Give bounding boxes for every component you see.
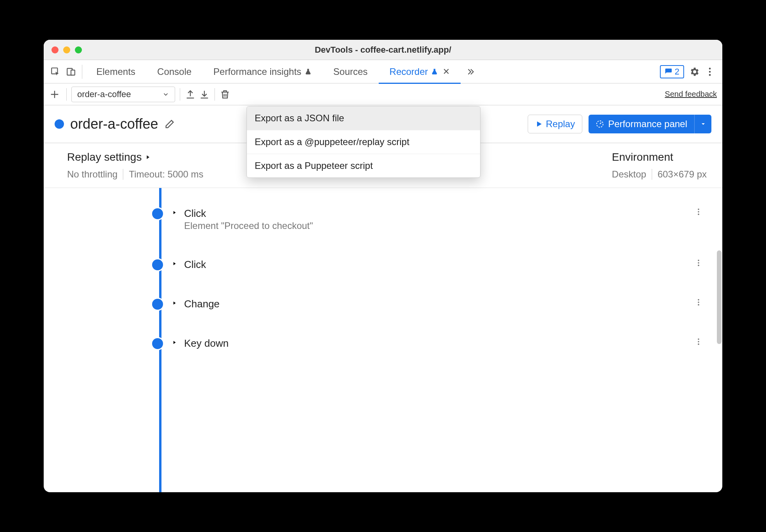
environment-meta: Desktop 603×679 px	[612, 169, 707, 180]
perf-panel-dropdown[interactable]	[694, 115, 711, 133]
flow-select-value: order-a-coffee	[77, 89, 131, 99]
issues-icon	[665, 68, 672, 76]
step-menu-icon[interactable]	[694, 298, 711, 307]
settings-gear-icon[interactable]	[689, 66, 700, 77]
step-body: Click Element "Proceed to checkout"	[184, 207, 313, 231]
divider	[652, 169, 652, 180]
scrollbar-thumb[interactable]	[717, 250, 722, 344]
svg-rect-2	[71, 70, 75, 75]
export-puppeteer-item[interactable]: Export as a Puppeteer script	[247, 154, 480, 177]
caret-down-icon	[700, 121, 706, 127]
close-window-button[interactable]	[51, 46, 59, 53]
tab-label: Recorder	[390, 66, 428, 77]
import-icon[interactable]	[199, 89, 210, 100]
environment-settings: Environment Desktop 603×679 px	[612, 151, 707, 180]
svg-point-3	[709, 67, 711, 69]
tab-label: Performance insights	[213, 66, 301, 77]
step-title: Click	[184, 207, 313, 220]
devtools-window: DevTools - coffee-cart.netlify.app/ Elem…	[44, 40, 722, 492]
caret-right-icon[interactable]	[172, 261, 177, 266]
step-row[interactable]: Change	[44, 290, 711, 318]
replay-settings-label: Replay settings	[67, 151, 142, 163]
svg-point-13	[698, 299, 699, 301]
tab-label: Sources	[333, 66, 368, 77]
svg-point-8	[698, 211, 699, 213]
throttling-value: No throttling	[67, 169, 117, 180]
edit-name-icon[interactable]	[164, 119, 175, 129]
divider	[66, 88, 67, 101]
svg-point-14	[698, 301, 699, 303]
divider	[123, 169, 123, 180]
flow-select[interactable]: order-a-coffee	[71, 87, 175, 102]
perf-panel-label: Performance panel	[608, 119, 687, 129]
more-menu-icon[interactable]	[704, 66, 715, 77]
svg-point-12	[698, 265, 699, 266]
tab-label: Elements	[96, 66, 135, 77]
step-menu-icon[interactable]	[694, 259, 711, 267]
flask-icon	[431, 68, 438, 76]
tab-elements[interactable]: Elements	[85, 60, 146, 83]
environment-label: Environment	[612, 151, 673, 163]
step-row[interactable]: Click Element "Proceed to checkout"	[44, 200, 711, 239]
step-row[interactable]: Click	[44, 251, 711, 278]
step-title: Click	[184, 259, 206, 271]
devtools-tabbar: Elements Console Performance insights So…	[44, 60, 722, 83]
more-tabs-button[interactable]	[461, 60, 480, 83]
step-body: Click	[184, 259, 206, 271]
window-title: DevTools - coffee-cart.netlify.app/	[44, 45, 722, 55]
header-actions: Replay Performance panel	[528, 115, 712, 133]
replay-label: Replay	[546, 119, 575, 129]
replay-button[interactable]: Replay	[528, 115, 583, 133]
recording-status-dot	[55, 119, 64, 129]
tab-sources[interactable]: Sources	[323, 60, 379, 83]
close-tab-icon[interactable]: ✕	[443, 67, 450, 77]
tab-recorder[interactable]: Recorder ✕	[379, 60, 461, 83]
caret-right-icon[interactable]	[172, 340, 177, 345]
replay-settings-meta: No throttling Timeout: 5000 ms	[67, 169, 204, 180]
svg-point-15	[698, 304, 699, 306]
step-subtitle: Element "Proceed to checkout"	[184, 220, 313, 231]
step-body: Change	[184, 298, 220, 310]
divider	[82, 65, 82, 79]
dimensions-value: 603×679 px	[658, 169, 707, 180]
export-menu: Export as a JSON file Export as a @puppe…	[246, 106, 481, 178]
chevron-down-icon	[162, 91, 169, 98]
export-json-item[interactable]: Export as a JSON file	[247, 106, 480, 130]
window-titlebar: DevTools - coffee-cart.netlify.app/	[44, 40, 722, 60]
svg-point-4	[709, 71, 711, 73]
svg-point-18	[698, 344, 699, 345]
step-row[interactable]: Key down	[44, 330, 711, 357]
replay-settings-toggle[interactable]: Replay settings	[67, 151, 204, 163]
caret-right-icon[interactable]	[172, 300, 177, 306]
caret-right-icon	[145, 154, 151, 160]
tabbar-right: 2	[660, 65, 718, 78]
panel-tabs: Elements Console Performance insights So…	[85, 60, 480, 83]
inspect-element-icon[interactable]	[48, 64, 63, 80]
new-recording-icon[interactable]	[49, 89, 60, 100]
environment-title: Environment	[612, 151, 707, 163]
recorder-toolbar: order-a-coffee Send feedback	[44, 83, 722, 105]
replay-settings: Replay settings No throttling Timeout: 5…	[67, 151, 204, 180]
zoom-window-button[interactable]	[75, 46, 82, 53]
play-icon	[535, 120, 543, 128]
send-feedback-link[interactable]: Send feedback	[665, 90, 717, 99]
minimize-window-button[interactable]	[63, 46, 70, 53]
svg-point-10	[698, 260, 699, 261]
performance-panel-button[interactable]: Performance panel	[589, 115, 711, 133]
caret-right-icon[interactable]	[172, 210, 177, 215]
export-puppeteer-replay-item[interactable]: Export as a @puppeteer/replay script	[247, 130, 480, 154]
device-toolbar-icon[interactable]	[63, 64, 79, 80]
issues-badge[interactable]: 2	[660, 65, 684, 78]
step-menu-icon[interactable]	[694, 207, 711, 216]
export-icon[interactable]	[185, 89, 196, 100]
step-title: Change	[184, 298, 220, 310]
tab-console[interactable]: Console	[146, 60, 202, 83]
timeline-node	[152, 208, 163, 219]
timeout-value: Timeout: 5000 ms	[129, 169, 203, 180]
step-body: Key down	[184, 337, 229, 349]
gauge-icon	[596, 120, 604, 128]
delete-icon[interactable]	[220, 89, 231, 100]
tab-performance-insights[interactable]: Performance insights	[202, 60, 322, 83]
chevrons-right-icon	[465, 67, 475, 77]
step-menu-icon[interactable]	[694, 337, 711, 346]
